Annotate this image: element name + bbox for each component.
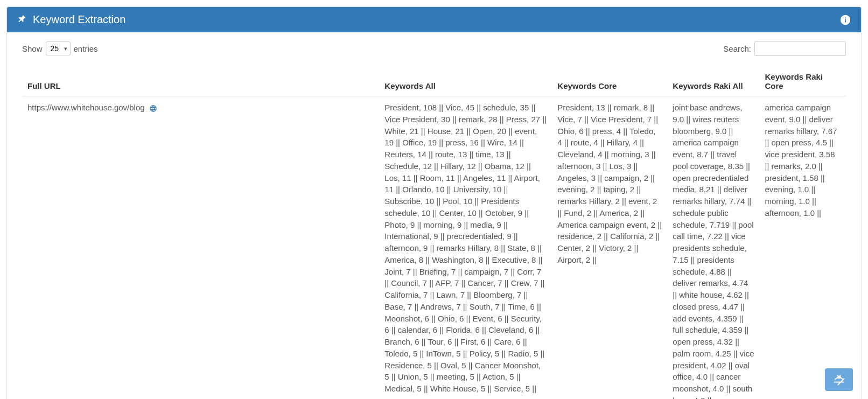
- cell-keywords-raki-core: america campaign event, 9.0 || deliver r…: [759, 96, 846, 400]
- search-label: Search:: [723, 44, 751, 53]
- cell-keywords-raki-all: joint base andrews, 9.0 || wires reuters…: [667, 96, 759, 400]
- col-header-full-url[interactable]: Full URL: [22, 67, 379, 96]
- svg-rect-0: [834, 382, 844, 383]
- panel-header-left: Keyword Extraction: [17, 13, 125, 26]
- globe-icon[interactable]: [147, 103, 157, 112]
- info-icon[interactable]: [839, 14, 851, 26]
- cell-keywords-core: President, 13 || remark, 8 || Vice, 7 ||…: [552, 96, 667, 400]
- keyword-extraction-panel: Keyword Extraction Show 25 entries Searc…: [6, 6, 862, 399]
- page-size-control: Show 25 entries: [22, 41, 98, 55]
- cell-full-url: https://www.whitehouse.gov/blog: [22, 96, 379, 400]
- table-header-row: Full URL Keywords All Keywords Core Keyw…: [22, 67, 846, 96]
- page-size-select[interactable]: 25: [46, 41, 71, 55]
- panel-body: Show 25 entries Search: Full URL Keyword…: [7, 32, 861, 399]
- url-text: https://www.whitehouse.gov/blog: [27, 103, 145, 112]
- col-header-keywords-all[interactable]: Keywords All: [379, 67, 552, 96]
- search-control: Search:: [723, 41, 846, 56]
- pin-icon: [17, 15, 27, 25]
- keywords-table: Full URL Keywords All Keywords Core Keyw…: [22, 67, 846, 399]
- table-row: https://www.whitehouse.gov/blog Presiden…: [22, 96, 846, 400]
- table-controls: Show 25 entries Search:: [22, 41, 846, 56]
- panel-title: Keyword Extraction: [33, 13, 125, 26]
- panel-header: Keyword Extraction: [7, 7, 861, 32]
- cell-keywords-all: President, 108 || Vice, 45 || schedule, …: [379, 96, 552, 400]
- show-prefix-label: Show: [22, 44, 43, 53]
- col-header-keywords-raki-all[interactable]: Keywords Raki All: [667, 67, 759, 96]
- col-header-keywords-raki-core[interactable]: Keywords Raki Core: [759, 67, 846, 96]
- col-header-keywords-core[interactable]: Keywords Core: [552, 67, 667, 96]
- search-input[interactable]: [754, 41, 846, 56]
- show-suffix-label: entries: [74, 44, 98, 53]
- scroll-action-button[interactable]: [825, 368, 853, 391]
